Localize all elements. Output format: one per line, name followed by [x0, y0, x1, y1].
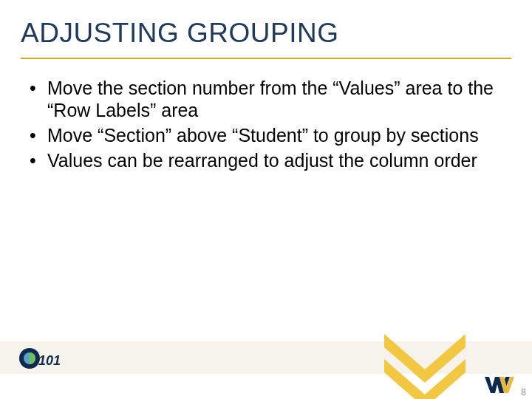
wv-logo-icon — [483, 374, 516, 396]
page-number: 8 — [521, 387, 526, 398]
title-underline — [21, 58, 511, 59]
bullet-list: Move the section number from the “Values… — [21, 77, 494, 171]
course-logo-icon: 101 — [16, 343, 61, 374]
list-item: Move the section number from the “Values… — [21, 77, 494, 121]
slide: ADJUSTING GROUPING Move the section numb… — [0, 0, 532, 399]
svg-text:101: 101 — [38, 353, 61, 368]
chevron-down-icon — [384, 334, 466, 399]
slide-title: ADJUSTING GROUPING — [21, 18, 338, 49]
slide-body: Move the section number from the “Values… — [21, 77, 494, 174]
list-item: Move “Section” above “Student” to group … — [21, 124, 494, 146]
list-item: Values can be rearranged to adjust the c… — [21, 149, 494, 171]
